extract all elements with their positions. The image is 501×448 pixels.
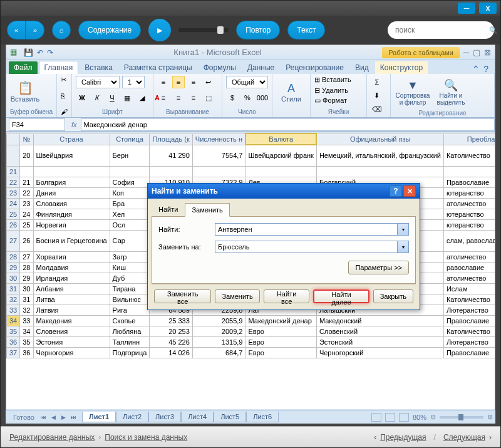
- cell[interactable]: 25 333: [150, 315, 192, 326]
- column-header[interactable]: Страна: [33, 133, 110, 145]
- cell[interactable]: Католичество: [443, 145, 495, 166]
- cell[interactable]: Таллинн: [110, 336, 150, 347]
- sheet-tab[interactable]: Лист5: [214, 412, 246, 422]
- cell[interactable]: Коп: [110, 187, 150, 198]
- cell[interactable]: Немецкий, итальянский, французский: [316, 145, 443, 166]
- cell[interactable]: 21: [20, 177, 33, 187]
- cell[interactable]: [110, 166, 150, 177]
- row-header[interactable]: 22: [7, 177, 20, 187]
- cell[interactable]: [20, 166, 33, 177]
- table-row[interactable]: 3534СловенияЛюбляна20 2532009,2ЕвроСлове…: [7, 326, 495, 336]
- cell[interactable]: Любляна: [110, 326, 150, 336]
- sheet-nav-first-icon[interactable]: ⏮: [39, 413, 48, 422]
- cell[interactable]: Евро: [245, 336, 316, 347]
- cell[interactable]: София: [110, 177, 150, 187]
- formula-input[interactable]: Македонский денар: [81, 118, 495, 131]
- zoom-slider[interactable]: [440, 416, 483, 419]
- cell[interactable]: 31: [20, 294, 33, 305]
- cell[interactable]: 23: [20, 198, 33, 209]
- cell[interactable]: Швейцарский франк: [245, 145, 316, 166]
- tab-layout[interactable]: Разметка страницы: [119, 61, 197, 74]
- zoom-in-icon[interactable]: ⊕: [487, 413, 493, 421]
- border-icon[interactable]: ▦: [121, 91, 133, 104]
- fill-color-icon[interactable]: ◢: [136, 91, 148, 104]
- cell[interactable]: атоличество: [443, 251, 495, 262]
- format-painter-icon[interactable]: 🖌: [61, 108, 68, 115]
- cell[interactable]: Словакия: [33, 198, 110, 209]
- cell[interactable]: 30: [20, 283, 33, 294]
- tab-find[interactable]: Найти: [152, 202, 185, 216]
- sheet-tab[interactable]: Лист6: [246, 412, 279, 422]
- fx-button[interactable]: fx: [68, 121, 81, 128]
- bold-button[interactable]: Ж: [76, 91, 88, 104]
- cell[interactable]: 24: [20, 209, 33, 219]
- wrap-text-icon[interactable]: ↩: [202, 76, 215, 88]
- table-row[interactable]: 20ШвейцарияБерн41 2907554,7Швейцарский ф…: [7, 145, 495, 166]
- repeat-button[interactable]: Повтор: [236, 21, 280, 39]
- cell[interactable]: Ирландия: [33, 273, 110, 283]
- find-all-button[interactable]: Найти все: [264, 289, 310, 303]
- cell[interactable]: Финляндия: [33, 209, 110, 219]
- cell[interactable]: 20 253: [150, 326, 192, 336]
- cell[interactable]: 45 226: [150, 336, 192, 347]
- cell[interactable]: ютеранство: [443, 209, 495, 219]
- play-button[interactable]: ▶: [148, 19, 171, 41]
- align-top-icon[interactable]: ≡: [157, 76, 170, 88]
- cell[interactable]: Вильнюс: [110, 294, 150, 305]
- dialog-titlebar[interactable]: Найти и заменить ? ✕: [148, 184, 420, 199]
- sheet-tab[interactable]: Лист1: [82, 412, 116, 422]
- cell[interactable]: 684,7: [192, 347, 245, 358]
- row-header[interactable]: 31: [7, 283, 20, 294]
- search-icon[interactable]: 🔍: [489, 26, 498, 34]
- align-right-icon[interactable]: ≡: [187, 91, 200, 104]
- progress-slider[interactable]: [178, 28, 229, 32]
- sheet-nav-last-icon[interactable]: ⏭: [70, 413, 78, 422]
- contents-button[interactable]: Содержание: [78, 21, 141, 39]
- cell[interactable]: Босния и Герцеговина: [33, 230, 110, 251]
- row-header[interactable]: 21: [7, 166, 20, 177]
- cell[interactable]: 41 290: [150, 145, 192, 166]
- name-box[interactable]: F34: [9, 118, 65, 131]
- table-row[interactable]: 21: [7, 166, 495, 177]
- row-header[interactable]: 29: [7, 262, 20, 273]
- dialog-close-button[interactable]: ✕: [403, 185, 416, 197]
- sheet-nav-next-icon[interactable]: ▶: [59, 413, 68, 422]
- search-input[interactable]: [395, 26, 489, 34]
- tab-review[interactable]: Рецензирование: [281, 61, 349, 74]
- align-center-icon[interactable]: ≡: [172, 91, 185, 104]
- align-left-icon[interactable]: ≡: [157, 91, 170, 104]
- column-header[interactable]: Площадь (к: [150, 133, 192, 145]
- cell[interactable]: Киш: [110, 262, 150, 273]
- tab-insert[interactable]: Вставка: [80, 61, 118, 74]
- format-cells-button[interactable]: ▭ Формат: [314, 96, 347, 105]
- tab-data[interactable]: Данные: [242, 61, 279, 74]
- cell[interactable]: Лютеранство: [443, 336, 495, 347]
- cell[interactable]: Тирана: [110, 283, 150, 294]
- sheet-tab[interactable]: Лист4: [181, 412, 214, 422]
- insert-cells-button[interactable]: ⊞ Вставить: [314, 76, 351, 84]
- row-header[interactable]: 25: [7, 209, 20, 219]
- cell[interactable]: ютеранство: [443, 187, 495, 198]
- cell[interactable]: Эстония: [33, 336, 110, 347]
- cell[interactable]: Македонский денар: [245, 315, 316, 326]
- cell[interactable]: Православие: [443, 347, 495, 358]
- cell[interactable]: Албания: [33, 283, 110, 294]
- cell[interactable]: Католичество: [443, 294, 495, 305]
- row-header[interactable]: 34: [7, 315, 20, 326]
- zoom-percent[interactable]: 80%: [413, 414, 426, 421]
- find-next-button[interactable]: Найти далее: [313, 289, 369, 303]
- row-header[interactable]: 30: [7, 273, 20, 283]
- cell[interactable]: Литва: [33, 294, 110, 305]
- cell[interactable]: [443, 166, 495, 177]
- underline-button[interactable]: Ч: [106, 91, 118, 104]
- align-middle-icon[interactable]: ≡: [172, 76, 185, 88]
- cell[interactable]: [192, 166, 245, 177]
- find-select-button[interactable]: 🔍 Найти и выделить: [433, 76, 468, 108]
- nav-next-button[interactable]: »: [26, 21, 44, 39]
- undo-icon[interactable]: ↶: [37, 48, 43, 57]
- autosum-icon[interactable]: Σ: [371, 76, 383, 88]
- merge-cells-icon[interactable]: ⬚: [202, 91, 215, 104]
- minimize-ribbon-icon[interactable]: ⌃: [472, 64, 480, 74]
- currency-icon[interactable]: $: [226, 91, 239, 104]
- select-all-cell[interactable]: [7, 133, 20, 145]
